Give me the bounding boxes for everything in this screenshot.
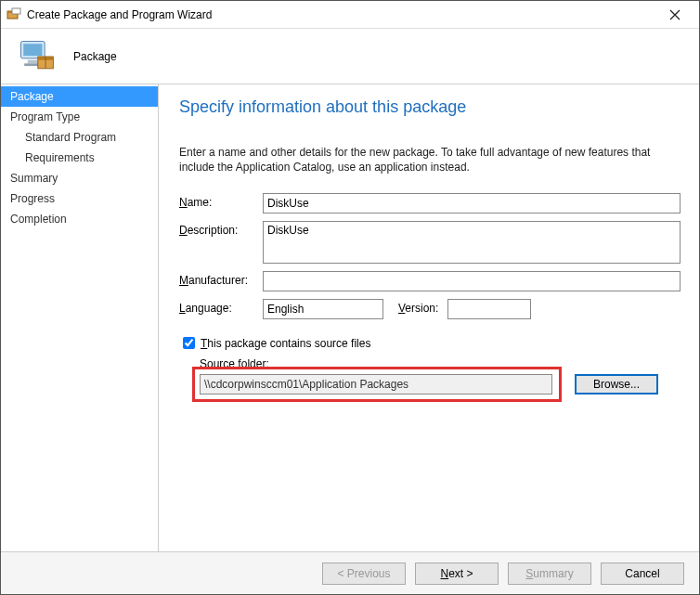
page-header: Package (1, 29, 699, 84)
source-path-wrap (200, 374, 552, 395)
wizard-sidebar: Package Program Type Standard Program Re… (1, 84, 159, 551)
sidebar-item-program-type[interactable]: Program Type (1, 107, 158, 127)
label-version: Version: (398, 299, 438, 315)
row-source-folder: Browse... (200, 374, 681, 395)
row-name: Name: (179, 193, 681, 213)
label-source-folder: Source folder: (200, 357, 681, 370)
cancel-button[interactable]: Cancel (601, 563, 684, 585)
source-block: Source folder: Browse... (200, 357, 681, 395)
close-button[interactable] (656, 2, 694, 28)
row-source-checkbox: This package contains source files (179, 334, 681, 352)
manufacturer-input[interactable] (263, 271, 681, 291)
description-input[interactable]: DiskUse (263, 221, 681, 264)
label-description: Description: (179, 221, 263, 237)
row-language: Language: Version: (179, 299, 681, 319)
source-files-checkbox[interactable] (183, 337, 195, 349)
sidebar-item-summary[interactable]: Summary (1, 168, 158, 188)
content-panel: Specify information about this package E… (159, 84, 699, 551)
next-button[interactable]: Next > (415, 563, 499, 585)
browse-button[interactable]: Browse... (575, 374, 658, 395)
sidebar-item-progress[interactable]: Progress (1, 188, 158, 209)
window-title: Create Package and Program Wizard (27, 8, 656, 21)
page-name: Package (73, 50, 117, 63)
app-icon (6, 7, 21, 22)
intro-text: Enter a name and other details for the n… (179, 145, 681, 175)
row-description: Description: DiskUse (179, 221, 681, 264)
previous-button: < Previous (322, 563, 406, 585)
version-input[interactable] (447, 299, 531, 319)
titlebar: Create Package and Program Wizard (1, 1, 699, 29)
name-input[interactable] (263, 193, 681, 213)
label-name: Name: (179, 193, 263, 209)
svg-rect-4 (23, 44, 42, 56)
svg-rect-2 (12, 8, 20, 14)
sidebar-item-requirements[interactable]: Requirements (1, 148, 158, 168)
sidebar-item-completion[interactable]: Completion (1, 209, 158, 229)
language-input[interactable] (263, 299, 383, 319)
computer-package-icon (16, 36, 57, 77)
body: Package Program Type Standard Program Re… (1, 84, 699, 551)
row-manufacturer: Manufacturer: (179, 271, 681, 291)
summary-button: Summary (508, 563, 591, 585)
sidebar-item-package[interactable]: Package (1, 86, 158, 107)
label-language: Language: (179, 299, 263, 315)
wizard-footer: < Previous Next > Summary Cancel (1, 551, 699, 594)
source-folder-input[interactable] (200, 374, 552, 395)
label-manufacturer: Manufacturer: (179, 271, 263, 287)
svg-rect-5 (28, 59, 38, 63)
page-heading: Specify information about this package (179, 97, 681, 117)
wizard-window: Create Package and Program Wizard Packag… (0, 0, 700, 595)
sidebar-item-standard-program[interactable]: Standard Program (1, 127, 158, 148)
close-icon (669, 9, 681, 20)
label-source-checkbox: This package contains source files (201, 337, 370, 350)
